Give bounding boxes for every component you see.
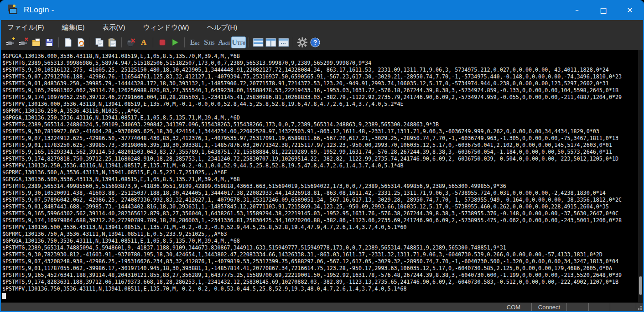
terminal-line: $GPGGA,130136.500,3536.43113,N,13941.085…: [2, 176, 638, 183]
toolbar-separator: [293, 37, 293, 47]
terminal-line: $PSTMTS,9,30,10520091.438,-41603.88,-251…: [2, 190, 638, 197]
terminal-line: $PSTMTS,9,165,15293341.562,39114.53,4820…: [2, 149, 638, 156]
toolbar-separator: [58, 37, 59, 47]
font-icon: A: [141, 38, 146, 47]
terminal-line: $PSTMTG,2389,565313.99986986,5,58974.947…: [2, 60, 638, 67]
status-com: COM: [496, 303, 531, 311]
plug-connect-icon: [6, 37, 16, 47]
terminal-line: $PSTMTS,9,01,8483639.250,-39985.79,-1444…: [2, 80, 638, 87]
terminal-line: $GPGGA,130136.000,3536.43118,N,13941.085…: [2, 53, 638, 60]
terminal-line: $GPRMC,130136.250,A,3536.43116,N1025,,,A…: [2, 108, 638, 114]
paste-icon: [107, 37, 117, 47]
terminal-line: $GPRMC,130136.500,A,3536.43113,N,13941.0…: [2, 169, 638, 176]
vertical-scrollbar[interactable]: [638, 50, 643, 302]
status-cell-empty: [610, 303, 636, 311]
toolbar-separator: [153, 37, 153, 47]
help-icon: ?: [310, 37, 320, 47]
maximize-button[interactable]: □: [590, 0, 617, 20]
terminal-line: $PSTMPV,130136.000,3536.43118,N,13941.08…: [2, 101, 638, 108]
paste-button[interactable]: [106, 36, 119, 48]
encoding-utf8-button[interactable]: UTF8: [231, 36, 246, 48]
clear-screen-icon: [126, 37, 136, 47]
status-cell-empty: [588, 303, 610, 311]
encoding-sjis-button[interactable]: SJIS: [202, 36, 217, 48]
save-button[interactable]: [43, 36, 56, 48]
terminal-line: $PSTMTS,9,165,29981302.062,39114.76,1262…: [2, 87, 638, 94]
window-title: RLogin -: [24, 5, 54, 15]
reload-file-icon: [76, 37, 86, 47]
status-bar: COM Connect: [1, 302, 643, 311]
terminal-line: $GPRMC,130136.750,A,3536.43111,N,13941.0…: [2, 231, 638, 238]
terminal-line: $PSTMTS,9,30,7823930.812,-41603.91,-9370…: [2, 251, 638, 258]
stop-button[interactable]: [156, 36, 169, 48]
terminal-line: $PSTMTG,2389,565314.24886324,5,59109,340…: [2, 121, 638, 128]
terminal-area[interactable]: $GPGGA,130136.000,3536.43118,N,13941.085…: [1, 50, 643, 302]
play-button[interactable]: [169, 36, 182, 48]
toolbar-separator: [249, 37, 249, 47]
folder-open-icon: [31, 37, 42, 47]
terminal-line: $PSTMTS,9,07,13224912.625,-42986.50,-377…: [2, 135, 638, 142]
menu-file[interactable]: ファイル(F): [7, 21, 44, 34]
terminal-line: $PSTMTS,9,165,45276341.188,39114.48,2043…: [2, 272, 638, 279]
terminal-line: $PSTMPV,130136.750,3536.43111,N,13941.08…: [2, 286, 638, 292]
status-connect: Connect: [531, 303, 566, 311]
floppy-save-icon: [44, 37, 54, 47]
clear-screen-button[interactable]: [125, 36, 137, 48]
toolbar: A Euc SJIS Ascii UTF8: [1, 35, 643, 50]
terminal-line: $PSTMTS,9,01,11783250.625,-39985.73,-301…: [2, 142, 638, 149]
terminal-line: $PSTMTS,9,30,10516132.375,-41605.25,-251…: [2, 67, 638, 73]
toolbar-separator: [121, 37, 122, 47]
terminal-line: $PSTMTS,9,30,7819972.062,-41604.28,-9370…: [2, 128, 638, 135]
gear-icon: [297, 37, 307, 47]
terminal-line: $PSTMPV,130136.500,3536.43113,N,13941.08…: [2, 224, 638, 231]
terminal-line: $PSTMTS,9,165,59964302.562,39114.40,2823…: [2, 210, 638, 217]
minimize-button[interactable]: –: [564, 0, 590, 20]
help-button[interactable]: ?: [309, 36, 322, 48]
svg-text:?: ?: [313, 39, 317, 46]
terminal-cursor: [2, 293, 6, 299]
split-horizontal-button[interactable]: [252, 36, 265, 48]
new-window-icon: [278, 38, 289, 47]
scrollbar-thumb[interactable]: [639, 276, 642, 295]
terminal-line: $PSTMTS,9,01,11787055.062,-39986.17,-301…: [2, 265, 638, 272]
stop-icon: [159, 39, 166, 46]
title-bar[interactable]: RLogin - – □ ✕: [1, 0, 643, 20]
status-cell-empty: [566, 303, 588, 311]
encoding-ascii-button[interactable]: Ascii: [217, 36, 231, 48]
toolbar-separator: [184, 37, 185, 47]
terminal-line: $PSTMTS,9,174,8283631.188,39712.06,11679…: [2, 279, 638, 286]
new-window-button[interactable]: [277, 36, 290, 48]
menu-edit[interactable]: 編集(E): [62, 21, 85, 34]
terminal-line: $GPGGA,130136.250,3536.43116,N,13941.085…: [2, 114, 638, 121]
open-button[interactable]: [30, 36, 43, 48]
menu-window[interactable]: ウィンドウ(W): [143, 21, 189, 34]
rlogin-window: RLogin - – □ ✕ ファイル(F) 編集(E) 表示(V) ウィンドウ…: [0, 0, 644, 312]
disconnect-button[interactable]: [17, 36, 30, 48]
menu-view[interactable]: 表示(V): [103, 21, 125, 34]
copy-icon: [94, 37, 104, 47]
split-vertical-button[interactable]: [265, 36, 277, 48]
copy-button[interactable]: [93, 36, 106, 48]
terminal-line: $PSTMPV,130136.250,3536.43116,N,13941.08…: [2, 162, 638, 169]
plug-disconnect-icon: [19, 37, 29, 47]
split-horizontal-icon: [253, 38, 264, 47]
reload-file-button[interactable]: [74, 36, 87, 48]
terminal-line: $PSTMTG,2389,565314.74885094,5,5948601,9…: [2, 244, 638, 251]
terminal-line: $PSTMTS,9,174,8279818.750,39712.25,11680…: [2, 156, 638, 162]
connect-button[interactable]: [5, 36, 17, 48]
app-icon[interactable]: [6, 4, 19, 16]
new-file-button[interactable]: [62, 36, 74, 48]
terminal-line: $PSTMTS,9,174,10979864.688,39712.20,2729…: [2, 217, 638, 224]
terminal-line: $PSTMTG,2389,565314.49985560,5,515693873…: [2, 183, 638, 190]
settings-button[interactable]: [296, 36, 309, 48]
resize-grip[interactable]: [636, 303, 643, 311]
font-button[interactable]: A: [137, 36, 150, 48]
play-icon: [171, 38, 179, 47]
status-spacer: [1, 303, 496, 311]
terminal-lines: $GPGGA,130136.000,3536.43118,N,13941.085…: [2, 53, 638, 292]
menu-bar: ファイル(F) 編集(E) 表示(V) ウィンドウ(W) ヘルプ(H): [1, 20, 643, 35]
split-vertical-icon: [265, 38, 276, 47]
menu-help[interactable]: ヘルプ(H): [207, 21, 237, 34]
close-button[interactable]: ✕: [617, 0, 643, 20]
encoding-euc-button[interactable]: Euc: [187, 36, 202, 48]
